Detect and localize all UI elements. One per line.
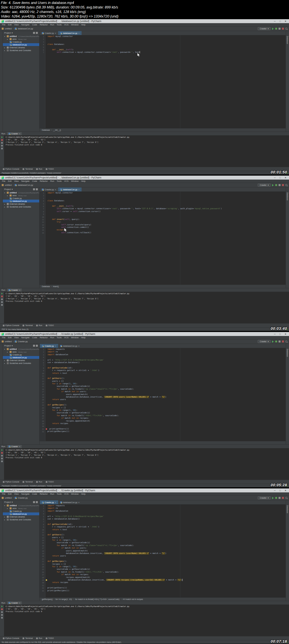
- tree-item-scratches-and-consoles[interactable]: ▸Scratches and Consoles: [3, 49, 39, 52]
- minimize-button[interactable]: ─: [273, 333, 277, 335]
- tree-item-scratches-and-consoles[interactable]: ▸Scratches and Consoles: [3, 518, 39, 521]
- run-config-selector[interactable]: Crawler ▾: [258, 340, 271, 343]
- run-config-selector[interactable]: Crawler ▾: [258, 27, 271, 30]
- stop-button[interactable]: [282, 340, 284, 342]
- close-icon[interactable]: ✕: [19, 133, 20, 135]
- debug-button[interactable]: [275, 184, 277, 186]
- menu-item[interactable]: View: [14, 180, 19, 182]
- stop-button[interactable]: [1, 452, 3, 454]
- rerun-button[interactable]: [1, 293, 3, 294]
- tree-item-venv[interactable]: ▸venvlibrary root: [3, 507, 39, 510]
- menu-item[interactable]: Code: [32, 23, 37, 26]
- menu-item[interactable]: Code: [32, 336, 37, 339]
- maximize-button[interactable]: □: [278, 20, 282, 23]
- search-icon[interactable]: [285, 184, 287, 186]
- tree-item-crawler-py[interactable]: Crawler.py: [3, 40, 39, 43]
- collapse-all-icon[interactable]: [36, 188, 38, 190]
- menu-item[interactable]: Refactor: [40, 336, 48, 339]
- menu-item[interactable]: Edit: [8, 336, 12, 339]
- tree-item-crawler-py[interactable]: Crawler.py: [3, 510, 39, 512]
- pin-tab-icon[interactable]: [1, 614, 3, 616]
- code-editor[interactable]: 1import mysql.connector234class Database…: [40, 192, 286, 285]
- menu-item[interactable]: View: [14, 493, 19, 495]
- tree-item-databasecon-py[interactable]: databaseCon.py: [3, 512, 39, 515]
- tab-close-icon[interactable]: ✕: [55, 189, 56, 191]
- tree-item-crawler-py[interactable]: Crawler.py: [3, 353, 39, 356]
- toolwindow-button-run[interactable]: Run: [36, 637, 42, 639]
- menu-item[interactable]: Code: [32, 180, 37, 182]
- breadcrumb-item[interactable]: for match in re.findall('<h3>(.*?)</h3>'…: [75, 598, 120, 600]
- menu-item[interactable]: Run: [50, 336, 54, 339]
- settings-gear-icon[interactable]: [33, 501, 35, 503]
- toolwindow-button-python-console[interactable]: Python Console: [3, 324, 19, 326]
- stop-button[interactable]: [282, 28, 284, 30]
- menu-item[interactable]: VCS: [64, 336, 68, 339]
- nav-project-crumb[interactable]: untitled: [5, 340, 12, 343]
- tree-item-external-libraries[interactable]: ▸External Libraries: [3, 46, 39, 49]
- close-button[interactable]: ✕: [283, 333, 288, 335]
- tree-item-untitled[interactable]: ▾untitledC:\Users\John\PycharmProjects\u…: [3, 191, 39, 194]
- editor-tab-databasecon-py[interactable]: databaseCon.py✕: [58, 31, 82, 35]
- run-config-selector[interactable]: Crawler ▾: [258, 496, 271, 499]
- toolwindow-button-terminal[interactable]: Terminal: [23, 637, 32, 639]
- breadcrumb-item[interactable]: Database: [42, 285, 50, 287]
- console-output[interactable]: C:\Users\John\PycharmProjects\untitled\v…: [4, 605, 289, 636]
- menu-item[interactable]: Tools: [57, 23, 62, 26]
- toolwindow-button-todo[interactable]: TODO: [46, 324, 54, 326]
- menu-item[interactable]: View: [14, 336, 19, 339]
- editor-tab-crawler-py[interactable]: Crawler.py✕: [40, 31, 58, 35]
- tab-close-icon[interactable]: ✕: [55, 345, 56, 347]
- run-tab[interactable]: Crawler ✕: [7, 601, 22, 604]
- pin-tab-icon[interactable]: [1, 458, 3, 459]
- editor-tab-crawler-py[interactable]: Crawler.py✕: [40, 187, 58, 191]
- stop-button[interactable]: [1, 296, 3, 297]
- menu-item[interactable]: Navigate: [21, 336, 30, 339]
- console-settings-icon[interactable]: [1, 304, 3, 306]
- menu-item[interactable]: File: [2, 180, 5, 182]
- settings-gear-icon[interactable]: [33, 345, 35, 347]
- database-toolwindow-button[interactable]: Database: [286, 505, 288, 601]
- rerun-button[interactable]: [1, 606, 3, 607]
- tree-item-external-libraries[interactable]: ▸External Libraries: [3, 515, 39, 518]
- restore-layout-icon[interactable]: [1, 298, 3, 300]
- collapse-all-icon[interactable]: [36, 345, 38, 347]
- tab-close-icon[interactable]: ✕: [78, 501, 80, 503]
- coverage-button[interactable]: [279, 184, 281, 186]
- menu-item[interactable]: File: [2, 336, 5, 339]
- search-icon[interactable]: [285, 28, 287, 30]
- menu-item[interactable]: Navigate: [21, 23, 30, 26]
- tree-item-venv[interactable]: ▸venvlibrary root: [3, 194, 39, 197]
- code-editor[interactable]: 1import mysql.connector234class Database…: [40, 35, 286, 128]
- tree-item-venv[interactable]: ▸venvlibrary root: [3, 38, 39, 40]
- stop-button[interactable]: [282, 497, 284, 499]
- debug-button[interactable]: [275, 497, 277, 499]
- stop-button[interactable]: [282, 184, 284, 186]
- console-settings-icon[interactable]: [1, 617, 3, 619]
- nav-project-crumb[interactable]: untitled: [5, 497, 12, 499]
- run-tab[interactable]: Crawler ✕: [7, 445, 22, 448]
- nav-project-crumb[interactable]: untitled: [5, 27, 12, 30]
- close-button[interactable]: ✕: [283, 489, 288, 492]
- stop-button[interactable]: [1, 139, 3, 141]
- search-icon[interactable]: [285, 340, 287, 342]
- menu-item[interactable]: View: [14, 23, 19, 26]
- database-toolwindow-button[interactable]: Database: [286, 36, 288, 132]
- console-settings-icon[interactable]: [1, 148, 3, 149]
- close-icon[interactable]: ✕: [19, 602, 20, 604]
- chevron-down-icon[interactable]: ▾: [12, 344, 13, 347]
- nav-project-crumb[interactable]: untitled: [5, 184, 12, 186]
- chevron-down-icon[interactable]: ▾: [12, 188, 13, 191]
- toolwindow-button-todo[interactable]: TODO: [46, 481, 54, 483]
- run-button[interactable]: [272, 340, 274, 343]
- menu-item[interactable]: Navigate: [21, 493, 30, 495]
- menu-item[interactable]: Run: [50, 493, 54, 495]
- tree-item-databasecon-py[interactable]: databaseCon.py: [3, 200, 39, 202]
- tree-item-untitled[interactable]: ▾untitledC:\Users\John\PycharmProjects\u…: [3, 348, 39, 350]
- menu-item[interactable]: Window: [71, 180, 79, 182]
- menu-item[interactable]: Run: [50, 23, 54, 26]
- tab-close-icon[interactable]: ✕: [55, 32, 56, 34]
- menu-item[interactable]: Help: [81, 493, 85, 495]
- editor-tab-databasecon-py[interactable]: databaseCon.py✕: [58, 500, 82, 504]
- database-toolwindow-button[interactable]: Database: [286, 193, 288, 288]
- maximize-button[interactable]: □: [278, 489, 282, 492]
